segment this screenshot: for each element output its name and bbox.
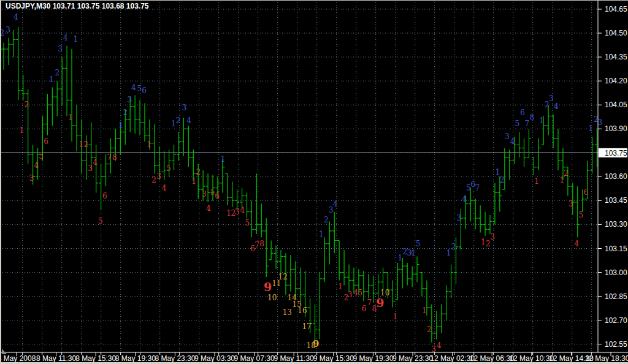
count-number: 4	[333, 200, 338, 208]
count-number: 3	[505, 132, 510, 141]
price-tick-label: 102.70	[605, 316, 627, 325]
count-number: 3	[348, 290, 353, 299]
count-number: 7	[107, 153, 112, 162]
price-tick-label: 103.90	[605, 124, 627, 133]
count-number: 2	[151, 176, 156, 184]
count-number: 5	[137, 85, 142, 93]
count-number: 4	[510, 137, 515, 146]
count-number: 16	[297, 306, 307, 315]
time-tick-label: 8 May 15:30	[75, 354, 116, 363]
count-number: 9	[264, 280, 272, 294]
count-number: 3	[597, 118, 602, 127]
count-number: 1	[588, 124, 593, 133]
count-number: 2	[83, 140, 88, 149]
time-tick-label: 9 May 07:30	[234, 354, 275, 363]
count-number: 1	[338, 282, 343, 291]
count-number: 5	[358, 289, 362, 297]
count-number: 3	[156, 172, 161, 181]
count-number: 4	[462, 195, 467, 203]
time-tick-label: 12 May 18:30	[585, 354, 628, 363]
count-number: 5	[578, 211, 583, 219]
count-number: 1	[539, 116, 544, 125]
price-tick-label: 104.20	[605, 77, 627, 85]
price-chart-canvas[interactable]: 2341234561234111234567812345612345123412…	[0, 0, 628, 364]
count-number: 8	[529, 113, 534, 122]
count-number: 1	[147, 140, 151, 149]
count-number: 4	[437, 341, 442, 350]
price-tick-label: 104.65	[605, 5, 627, 13]
price-tick-label: 104.35	[605, 53, 627, 61]
count-number: 3	[202, 190, 207, 199]
count-number: 6	[44, 137, 48, 146]
count-number: 2	[55, 69, 59, 77]
count-number: 1	[49, 75, 54, 84]
count-number: 4	[93, 158, 98, 167]
count-number: 2	[427, 325, 432, 334]
count-number: 9	[313, 338, 319, 349]
count-number: 4	[13, 13, 18, 21]
count-number: 4	[554, 102, 559, 111]
count-number: 1	[191, 177, 196, 186]
price-tick-label: 103.60	[605, 172, 627, 181]
count-number: 4	[574, 240, 579, 248]
count-number: 4	[34, 161, 39, 170]
count-number: 2	[196, 168, 201, 176]
count-number: 3	[29, 174, 34, 183]
count-number: 1	[534, 177, 539, 186]
count-number: 1	[422, 306, 427, 315]
time-axis-scale[interactable]: 8 May 20088 May 11:308 May 15:308 May 19…	[0, 352, 628, 363]
count-number: 6	[362, 305, 367, 313]
time-tick-label: 8 May 2008	[0, 354, 36, 363]
count-number: 6	[520, 108, 525, 117]
chart-window: 2341234561234111234567812345612345123412…	[0, 0, 628, 364]
count-number: 1	[171, 119, 176, 128]
current-price-box: 103.75	[599, 148, 627, 157]
count-number: 5	[166, 164, 171, 173]
count-number: 1	[20, 126, 25, 135]
count-number: 3	[235, 208, 240, 216]
count-number: 1	[74, 35, 78, 44]
count-number: 17	[302, 322, 311, 331]
count-number: 4	[63, 34, 68, 42]
count-number: 8	[259, 240, 264, 248]
price-tick-label: 103.45	[605, 196, 627, 205]
count-number: 4	[131, 83, 136, 92]
count-number: 3	[456, 214, 461, 222]
count-number: 2	[564, 169, 569, 178]
count-number: 2	[123, 108, 128, 117]
count-number: 9	[376, 296, 384, 309]
count-number: 5	[210, 188, 215, 197]
count-number: 2	[176, 116, 181, 125]
count-number: 3	[6, 26, 10, 34]
count-number: 3	[549, 94, 554, 103]
count-number: 1	[68, 113, 73, 122]
time-tick-label: 9 May 03:30	[194, 354, 235, 363]
count-number: 7	[524, 119, 529, 128]
count-number: 1	[118, 121, 123, 130]
count-number: 1	[221, 155, 226, 164]
time-tick-label: 9 May 19:30	[353, 354, 393, 363]
count-number: 4	[240, 206, 245, 214]
count-number: 1	[78, 140, 83, 149]
count-number: 5	[416, 240, 421, 248]
count-number: 3	[182, 104, 186, 112]
count-number: 3	[58, 45, 63, 53]
current-price-label: 103.75	[605, 149, 627, 157]
window-left-border	[0, 0, 1, 364]
count-number: 5	[98, 217, 103, 226]
count-number: 10	[267, 294, 277, 302]
time-tick-label: 12 May 06:30	[470, 354, 515, 363]
price-tick-label: 102.55	[605, 340, 627, 349]
count-number: 5	[245, 219, 250, 227]
time-tick-label: 9 May 11:30	[274, 354, 314, 363]
count-number: 7	[367, 298, 372, 307]
count-number: 10	[380, 289, 389, 297]
count-number: 6	[102, 192, 107, 200]
time-tick-label: 9 May 23:30	[392, 354, 433, 363]
count-number: 3	[88, 164, 93, 173]
count-number: 1	[393, 313, 398, 321]
price-tick-label: 104.50	[605, 29, 627, 37]
count-number: 3	[569, 200, 573, 208]
count-number: 5	[39, 152, 44, 161]
price-tick-label: 102.85	[605, 292, 627, 301]
